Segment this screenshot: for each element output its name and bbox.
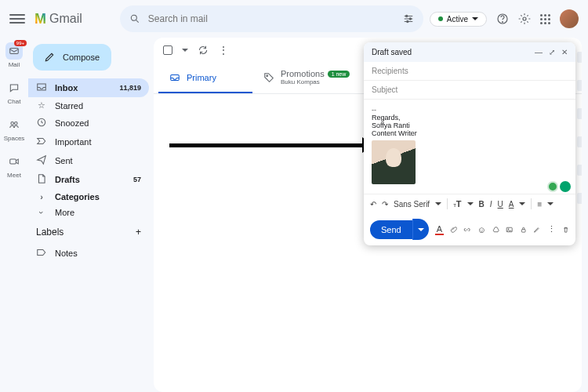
nav-starred[interactable]: ☆Starred <box>28 97 149 114</box>
svg-point-9 <box>15 122 17 125</box>
gmail-logo[interactable]: M Gmail <box>34 11 82 27</box>
tab-primary[interactable]: Primary <box>158 63 252 93</box>
nav-drafts[interactable]: Drafts57 <box>28 170 149 189</box>
pencil-icon <box>44 52 55 63</box>
status-label: Active <box>447 15 468 24</box>
svg-point-14 <box>267 74 268 76</box>
promotions-badge: 1 new <box>328 71 350 78</box>
font-selector[interactable]: Sans Serif <box>394 200 430 209</box>
primary-icon <box>169 72 180 83</box>
sent-icon <box>36 154 47 165</box>
svg-point-18 <box>508 228 509 229</box>
signature-name: Soffya Ranti <box>372 122 568 129</box>
label-icon <box>36 247 47 258</box>
drafts-icon <box>36 173 47 184</box>
add-label-button[interactable]: + <box>136 227 141 238</box>
clock-icon <box>36 117 47 128</box>
meet-icon <box>9 156 20 167</box>
select-all-checkbox[interactable] <box>163 45 172 55</box>
close-button[interactable]: ✕ <box>561 48 568 56</box>
rail-spaces[interactable]: Spaces <box>4 116 25 142</box>
help-icon[interactable] <box>496 13 509 25</box>
discard-button[interactable] <box>562 224 569 235</box>
undo-button[interactable]: ↶ <box>370 200 376 209</box>
account-avatar[interactable] <box>560 9 579 28</box>
more-menu-icon[interactable]: ⋮ <box>218 44 229 56</box>
svg-rect-10 <box>10 159 16 164</box>
italic-button[interactable]: I <box>490 200 492 209</box>
select-dropdown-icon[interactable] <box>182 49 188 52</box>
tab-promotions[interactable]: Promotions1 new Buku Kompas <box>252 63 361 93</box>
svg-point-2 <box>409 18 411 20</box>
status-dot-icon <box>438 16 443 21</box>
search-icon <box>129 13 140 24</box>
format-toolbar: ↶ ↷ Sans Serif тT B I U A ≡ <box>364 194 575 213</box>
svg-point-0 <box>131 15 136 20</box>
nav-categories[interactable]: ›Categories <box>28 189 149 205</box>
subject-field[interactable]: Subject <box>364 81 575 100</box>
confidential-icon[interactable] <box>520 224 527 235</box>
compose-body[interactable]: -- Regards, Soffya Ranti Content Writer <box>364 100 575 194</box>
signature-role: Content Writer <box>372 129 568 137</box>
signature-regards: Regards, <box>372 114 568 122</box>
format-toggle-button[interactable]: A <box>435 224 444 235</box>
rail-mail[interactable]: 99+ Mail <box>5 42 23 68</box>
labels-header: Labels <box>36 227 64 238</box>
nav-snoozed[interactable]: Snoozed <box>28 114 149 132</box>
refresh-icon[interactable] <box>198 45 209 56</box>
nav-sent[interactable]: Sent <box>28 151 149 170</box>
nav-inbox[interactable]: Inbox11,819 <box>28 78 149 97</box>
annotation-arrow <box>169 140 373 151</box>
main-menu-button[interactable] <box>9 11 25 27</box>
settings-icon[interactable] <box>518 13 531 25</box>
nav-more[interactable]: ›More <box>28 205 149 220</box>
align-button[interactable]: ≡ <box>537 200 542 209</box>
redo-button[interactable]: ↷ <box>382 200 388 209</box>
font-size-button[interactable]: тT <box>453 199 461 209</box>
svg-rect-7 <box>10 49 19 54</box>
label-notes[interactable]: Notes <box>28 244 149 263</box>
chevron-down-icon <box>472 17 478 20</box>
gmail-m-icon: M <box>34 11 46 27</box>
send-options-button[interactable] <box>412 219 429 240</box>
tune-icon[interactable] <box>403 13 414 24</box>
spaces-icon <box>9 119 20 130</box>
app-name: Gmail <box>49 12 82 26</box>
svg-point-5 <box>503 22 503 23</box>
insert-image-icon[interactable] <box>506 224 513 235</box>
presence-indicators <box>547 181 571 192</box>
status-button[interactable]: Active <box>430 12 487 27</box>
chat-icon <box>9 82 20 93</box>
underline-button[interactable]: U <box>498 200 503 209</box>
nav-important[interactable]: Important <box>28 132 149 151</box>
link-icon[interactable] <box>463 224 470 235</box>
send-button[interactable]: Send <box>370 220 412 239</box>
search-bar[interactable] <box>120 5 423 32</box>
important-icon <box>36 136 47 147</box>
svg-point-1 <box>405 15 407 16</box>
rail-meet[interactable]: Meet <box>5 153 23 179</box>
recipients-field[interactable]: Recipients <box>364 62 575 81</box>
compose-title: Draft saved <box>372 48 412 56</box>
svg-rect-19 <box>521 229 525 232</box>
text-color-button[interactable]: A <box>509 200 514 209</box>
svg-point-3 <box>406 20 408 22</box>
mail-icon <box>9 45 20 56</box>
svg-point-6 <box>523 17 526 20</box>
drive-icon[interactable] <box>492 224 499 235</box>
svg-point-8 <box>11 122 13 125</box>
rail-chat[interactable]: Chat <box>5 79 23 105</box>
bold-button[interactable]: B <box>479 200 485 209</box>
emoji-icon[interactable]: ☺ <box>477 225 486 234</box>
more-options-button[interactable]: ⋮ <box>547 224 556 234</box>
fullscreen-button[interactable]: ⤢ <box>549 48 555 56</box>
minimize-button[interactable]: — <box>535 48 543 56</box>
tag-icon <box>263 72 274 83</box>
background-list-hint <box>577 52 582 221</box>
ink-icon[interactable] <box>533 224 540 235</box>
search-input[interactable] <box>148 13 395 24</box>
apps-icon[interactable] <box>540 14 550 24</box>
compose-button[interactable]: Compose <box>33 44 111 71</box>
attach-icon[interactable] <box>450 224 457 235</box>
mail-badge: 99+ <box>14 40 27 46</box>
